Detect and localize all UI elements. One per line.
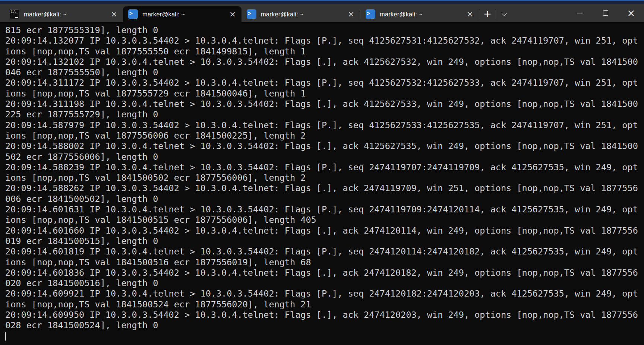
terminal-line: 815 ecr 1877555319], length 0 — [5, 25, 644, 35]
chevron-down-icon — [502, 10, 507, 16]
maximize-icon — [603, 10, 608, 16]
terminal-line: 20:09:14.588002 IP 10.3.0.4.telnet > 10.… — [5, 141, 644, 151]
powershell-icon: >_ — [247, 9, 256, 19]
tab-4[interactable]: >_marker@kali: ~× — [360, 6, 479, 22]
close-icon: × — [627, 7, 635, 19]
close-button[interactable]: × — [618, 4, 644, 22]
terminal-line: 502 ecr 1877556006], length 0 — [5, 152, 644, 162]
terminal-line: 20:09:14.311172 IP 10.3.0.3.54402 > 10.3… — [5, 77, 644, 88]
tab-bar: C:\_marker@kali: ~×>_marker@kali: ~×>_ma… — [0, 4, 644, 22]
terminal-line: ions [nop,nop,TS val 1841500502 ecr 1877… — [5, 172, 644, 183]
terminal-line: 20:09:14.601660 IP 10.3.0.3.54402 > 10.3… — [5, 225, 644, 236]
tab-strip: C:\_marker@kali: ~×>_marker@kali: ~×>_ma… — [4, 6, 479, 22]
cmd-icon: C:\_ — [10, 9, 19, 19]
terminal-line: 20:09:14.132102 IP 10.3.0.4.telnet > 10.… — [5, 57, 644, 67]
terminal-line: ions [nop,nop,TS val 1841500516 ecr 1877… — [5, 257, 644, 268]
powershell-icon: >_ — [128, 9, 138, 19]
terminal-line: 20:09:14.601836 IP 10.3.0.3.54402 > 10.3… — [5, 268, 644, 278]
terminal-line: ions [nop,nop,TS val 1841500515 ecr 1877… — [5, 215, 644, 225]
terminal-line: ions [nop,nop,TS val 1877555729 ecr 1841… — [5, 88, 644, 99]
terminal-line: 20:09:14.588262 IP 10.3.0.3.54402 > 10.3… — [5, 183, 644, 193]
tab-1[interactable]: C:\_marker@kali: ~× — [4, 6, 123, 22]
terminal-line: ions [nop,nop,TS val 1877555550 ecr 1841… — [5, 46, 644, 57]
terminal-line: ions [nop,nop,TS val 1877556006 ecr 1841… — [5, 130, 644, 141]
terminal-line: 046 ecr 1877555550], length 0 — [5, 67, 644, 77]
background-code-line: 2from scapy.all import IP,TCP,send,ls — [0, 0, 644, 4]
tab-label: marker@kali: ~ — [380, 11, 464, 18]
terminal-line: 20:09:14.311198 IP 10.3.0.4.telnet > 10.… — [5, 99, 644, 109]
terminal-output[interactable]: 815 ecr 1877555319], length 020:09:14.13… — [0, 22, 644, 345]
powershell-icon: >_ — [366, 9, 375, 19]
new-tab-button[interactable]: + — [479, 6, 496, 22]
tab-label: marker@kali: ~ — [142, 11, 227, 18]
background-window-strip: 2from scapy.all import IP,TCP,send,ls — [0, 0, 644, 4]
terminal-line: ions [nop,nop,TS val 1841500524 ecr 1877… — [5, 299, 644, 310]
tab-close-button[interactable]: × — [108, 9, 120, 20]
tab-close-button[interactable]: × — [227, 9, 239, 20]
terminal-line: 20:09:14.588239 IP 10.3.0.4.telnet > 10.… — [5, 162, 644, 172]
terminal-line: 20:09:14.609950 IP 10.3.0.3.54402 > 10.3… — [5, 310, 644, 320]
terminal-line: 020 ecr 1841500516], length 0 — [5, 278, 644, 288]
terminal-line: 019 ecr 1841500515], length 0 — [5, 236, 644, 246]
maximize-button[interactable] — [593, 4, 618, 22]
tab-close-button[interactable]: × — [464, 9, 476, 20]
plus-icon: + — [483, 8, 492, 19]
terminal-line: 225 ecr 1877555729], length 0 — [5, 109, 644, 120]
minimize-icon — [577, 13, 583, 13]
terminal-line: 20:09:14.601819 IP 10.3.0.4.telnet > 10.… — [5, 246, 644, 257]
tab-2-active[interactable]: >_marker@kali: ~× — [123, 6, 242, 22]
terminal-cursor — [5, 332, 6, 341]
terminal-line: 20:09:14.132077 IP 10.3.0.3.54402 > 10.3… — [5, 35, 644, 46]
tab-close-button[interactable]: × — [345, 9, 357, 20]
terminal-line: 20:09:14.587979 IP 10.3.0.3.54402 > 10.3… — [5, 120, 644, 130]
terminal-line: 20:09:14.609921 IP 10.3.0.4.telnet > 10.… — [5, 288, 644, 299]
tab-dropdown-button[interactable] — [496, 6, 512, 22]
tab-label: marker@kali: ~ — [24, 11, 108, 18]
terminal-line: 028 ecr 1841500524], length 0 — [5, 320, 644, 330]
terminal-line: 006 ecr 1841500502], length 0 — [5, 194, 644, 204]
minimize-button[interactable] — [567, 4, 593, 22]
tab-3[interactable]: >_marker@kali: ~× — [242, 6, 360, 22]
window-controls: × — [567, 4, 644, 22]
tab-bar-spacer — [512, 6, 567, 22]
tab-label: marker@kali: ~ — [261, 11, 345, 18]
terminal-line: 20:09:14.601631 IP 10.3.0.4.telnet > 10.… — [5, 204, 644, 215]
